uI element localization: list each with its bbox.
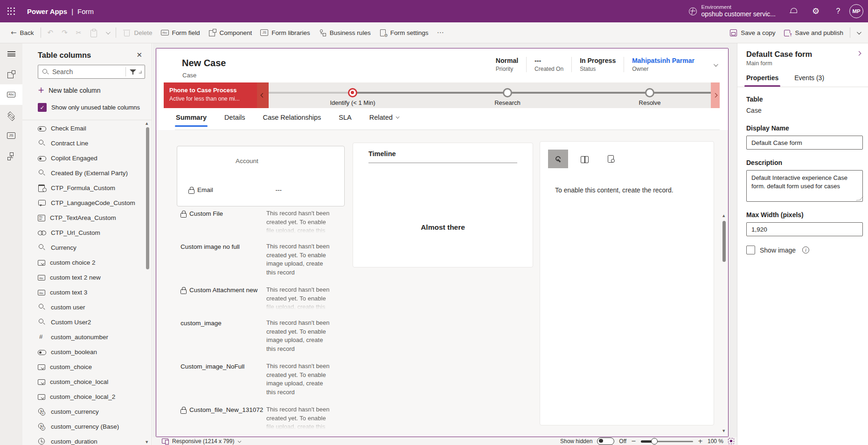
more-commands-button[interactable]: ⋯ — [432, 25, 448, 40]
table-column-item[interactable]: custom_boolean — [22, 344, 144, 359]
expand-panel-chevron[interactable] — [857, 51, 861, 56]
zoom-out-button[interactable]: − — [631, 438, 636, 445]
fit-to-screen-button[interactable] — [728, 438, 734, 444]
tools-tab-button[interactable] — [548, 150, 568, 168]
table-column-item[interactable]: Custom User2 — [22, 315, 144, 329]
zoom-in-button[interactable]: + — [698, 438, 703, 445]
save-and-publish-button[interactable]: Save and publish — [779, 25, 847, 40]
bpf-stage[interactable]: Research — [456, 82, 559, 106]
redo-button[interactable]: ↷ — [57, 25, 72, 40]
table-column-item[interactable]: custom text 3 — [22, 285, 144, 300]
form-tab[interactable]: Related — [368, 109, 400, 127]
scrollbar-thumb[interactable] — [722, 221, 726, 262]
header-expand-chevron[interactable] — [714, 62, 718, 67]
notifications-button[interactable] — [782, 0, 805, 22]
table-column-item[interactable]: custom_currency (Base) — [22, 419, 144, 434]
table-column-item[interactable]: CTP_LanguageCode_Custom — [22, 195, 144, 210]
table-column-item[interactable]: custom_choice — [22, 359, 144, 374]
scrollbar-thumb[interactable] — [146, 127, 149, 269]
properties-tab[interactable]: Properties — [746, 74, 778, 87]
field-row[interactable]: Custom Attachment new This record hasn't… — [181, 286, 341, 310]
app-launcher-button[interactable] — [0, 0, 22, 22]
show-unused-checkbox[interactable]: ✓ Show only unused table columns — [38, 103, 140, 112]
help-button[interactable]: ? — [827, 0, 849, 22]
form-tab[interactable]: Case Relationships — [262, 109, 322, 127]
table-column-item[interactable]: Copilot Engaged — [22, 151, 144, 165]
save-a-copy-button[interactable]: Save a copy — [725, 25, 779, 40]
header-field[interactable]: Mahipatsinh Parmar Owner — [624, 57, 702, 72]
account-section-card[interactable]: Account Email --- — [177, 146, 345, 206]
form-tab[interactable]: Summary — [175, 109, 208, 127]
table-column-item[interactable]: custom_choice_local_2 — [22, 389, 144, 404]
max-width-input[interactable]: 1,920 — [746, 222, 863, 236]
save-options-dropdown[interactable] — [853, 25, 864, 40]
email-field-row[interactable]: Email --- — [188, 186, 333, 193]
settings-button[interactable]: ⚙ — [805, 0, 827, 22]
bpf-process-box[interactable]: Phone to Case Process Active for less th… — [164, 82, 257, 108]
table-column-item[interactable]: custom_autonumber — [22, 329, 144, 344]
table-column-item[interactable]: custom choice 2 — [22, 255, 144, 270]
responsive-size-selector[interactable]: Responsive (1214 x 799) — [162, 438, 241, 445]
form-settings-button[interactable]: Form settings — [375, 25, 433, 40]
field-row[interactable]: Custom image no full This record hasn't … — [181, 242, 341, 277]
form-libraries-button[interactable]: Form libraries — [256, 25, 314, 40]
checkbox-checked-icon[interactable]: ✓ — [38, 103, 47, 112]
table-column-item[interactable]: custom user — [22, 300, 144, 315]
form-preview[interactable]: New Case Case Normal Priority --- Create… — [156, 48, 729, 437]
bpf-next-stage-button[interactable] — [711, 82, 720, 108]
related-content-card[interactable]: To enable this content, create the recor… — [540, 141, 714, 425]
bpf-stage-dot[interactable] — [503, 88, 512, 97]
info-icon[interactable]: i — [802, 246, 809, 253]
field-row[interactable]: custom_image This record hasn't been cre… — [181, 319, 341, 353]
canvas-scrollbar[interactable]: ▲ ▼ — [721, 213, 727, 434]
table-column-item[interactable]: CTP_Url_Custom — [22, 225, 144, 240]
bpf-stage-dot[interactable] — [348, 88, 357, 97]
table-column-item[interactable]: Contract Line — [22, 136, 144, 151]
rail-form-libraries-button[interactable]: JS — [0, 125, 22, 146]
table-column-item[interactable]: custom_currency — [22, 404, 144, 419]
scroll-up-icon[interactable]: ▲ — [722, 214, 725, 218]
rail-components-button[interactable] — [0, 64, 22, 84]
scroll-down-icon[interactable]: ▼ — [146, 440, 148, 444]
scroll-up-icon[interactable]: ▲ — [146, 122, 148, 125]
description-textarea[interactable]: Default Interactive experience Case form… — [746, 170, 863, 202]
rail-tree-view-button[interactable] — [0, 105, 22, 125]
cut-button[interactable]: ✂ — [72, 25, 86, 40]
zoom-slider[interactable] — [641, 438, 693, 445]
delete-button[interactable]: Delete — [118, 25, 156, 40]
header-field[interactable]: --- Created On — [527, 57, 572, 72]
form-field-button[interactable]: Form field — [157, 25, 204, 40]
table-column-item[interactable]: Created By (External Party) — [22, 165, 144, 180]
table-column-item[interactable]: custom_choice_local — [22, 374, 144, 389]
bpf-stage[interactable]: Resolve — [598, 82, 701, 106]
filter-icon[interactable] — [130, 69, 137, 75]
paste-dropdown[interactable] — [102, 25, 113, 40]
case-search-tab-button[interactable] — [601, 150, 621, 168]
show-image-checkbox[interactable] — [746, 246, 755, 254]
rail-business-rules-button[interactable] — [0, 146, 22, 166]
close-panel-button[interactable]: ✕ — [133, 50, 145, 60]
header-field[interactable]: Normal Priority — [488, 57, 527, 72]
table-column-item[interactable]: CTP_Formula_Custom — [22, 180, 144, 195]
field-row[interactable]: Custom_image_NoFull This record hasn't b… — [181, 362, 341, 397]
table-column-item[interactable]: Check Email — [22, 121, 144, 136]
display-name-input[interactable]: Default Case form — [746, 136, 863, 150]
business-rules-button[interactable]: Business rules — [314, 25, 375, 40]
new-table-column-button[interactable]: + New table column — [38, 86, 101, 94]
bpf-collapse-button[interactable] — [257, 82, 269, 108]
rail-table-columns-button[interactable]: Abc — [0, 84, 22, 105]
form-tab[interactable]: SLA — [338, 109, 352, 127]
avatar[interactable]: MP — [849, 4, 863, 18]
panel-scrollbar[interactable]: ▲ ▼ — [144, 121, 151, 445]
show-hidden-toggle[interactable] — [597, 438, 614, 445]
field-row[interactable]: Custom_file_New_131072 This record hasn'… — [181, 405, 341, 430]
form-header[interactable]: New Case Case Normal Priority --- Create… — [156, 48, 728, 82]
search-input[interactable]: Search — [38, 65, 145, 79]
header-field[interactable]: In Progress Status — [572, 57, 624, 72]
bpf-stage-dot[interactable] — [645, 88, 654, 97]
back-button[interactable]: ← Back — [7, 25, 38, 40]
table-column-item[interactable]: custom text 2 new — [22, 270, 144, 285]
table-column-item[interactable]: custom_duration — [22, 434, 144, 445]
rail-menu-button[interactable] — [0, 43, 22, 64]
scroll-down-icon[interactable]: ▼ — [722, 429, 725, 433]
